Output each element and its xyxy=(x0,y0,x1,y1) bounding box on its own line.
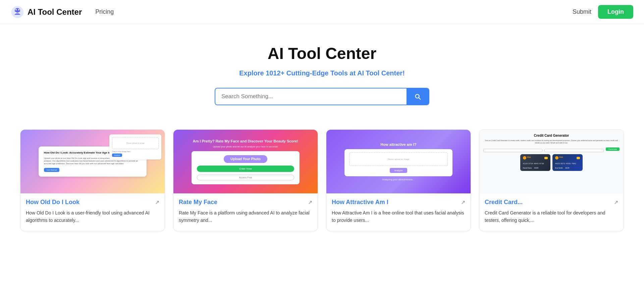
thumb-1-upload: Please upload an Image xyxy=(112,137,159,149)
hero-subtitle: Explore 1012+ Cutting-Edge Tools at AI T… xyxy=(239,69,405,77)
subtitle-count: 1012+ xyxy=(266,69,284,77)
login-button[interactable]: Login xyxy=(598,5,633,19)
visa-label: VISA xyxy=(527,156,531,160)
cards-section: How Old Do I Look: Accurately Estimate Y… xyxy=(0,119,644,245)
cc2-top: VISA xyxy=(555,156,580,160)
thumb-4: Credit Card Generator Use our Credit Car… xyxy=(479,130,624,193)
thumb-4-title: Credit Card Generator xyxy=(534,134,569,137)
cc1-chip xyxy=(544,157,548,159)
hero-title: AI Tool Center xyxy=(268,44,376,63)
cc2-chip xyxy=(577,157,580,159)
thumb-4-card-1: VISA 4116 3724 4843 0735 David Davis 03/… xyxy=(520,154,550,171)
card-how-old: How Old Do I Look: Accurately Estimate Y… xyxy=(20,129,165,231)
thumb-2-card: Upload Your Photo Enter Now Access Free xyxy=(192,151,300,184)
card-body-2: Rate My Face ↗ Rate My Face is a platfor… xyxy=(173,193,318,231)
nav-logo[interactable]: AI Tool Center xyxy=(11,5,82,19)
nav-right: Submit Login xyxy=(573,5,633,19)
thumb-4-card-2: VISA 4425 9572 4555 7981 Eva Smith 10/25 xyxy=(552,154,583,171)
card-desc-4: Credit Card Generator is a reliable tool… xyxy=(485,209,618,224)
thumb-3-bottom: Analyzing your attractiveness... xyxy=(382,178,415,181)
thumb-3: How attractive am I? Please upload an Im… xyxy=(326,130,471,193)
card-title-2[interactable]: Rate My Face xyxy=(179,199,217,206)
visa-logo xyxy=(523,156,526,160)
navbar: AI Tool Center Pricing Submit Login xyxy=(0,0,644,24)
visa-label-2: VISA xyxy=(559,156,563,160)
thumb-1-right: Please upload an Image Drag or drop imag… xyxy=(109,134,161,160)
cc1-logo: VISA xyxy=(523,156,531,160)
cc2-name: Eva Smith 10/25 xyxy=(555,167,580,169)
thumb-1-btn2: Analyze xyxy=(112,154,122,157)
card-title-row-2: Rate My Face ↗ xyxy=(179,199,312,206)
nav-left: AI Tool Center Pricing xyxy=(11,5,114,19)
card-body-3: How Attractive Am I ↗ How Attractive Am … xyxy=(326,193,471,231)
search-icon xyxy=(414,93,421,100)
card-title-row-1: How Old Do I Look ↗ xyxy=(26,199,159,206)
cc2-number: 4425 9572 4555 7981 xyxy=(555,163,580,165)
card-title-4[interactable]: Credit Card... xyxy=(485,199,523,206)
svg-point-3 xyxy=(18,9,19,10)
subtitle-suffix: Cutting-Edge Tools at AI Tool Center! xyxy=(284,69,405,77)
thumb-1: How Old Do I Look: Accurately Estimate Y… xyxy=(20,130,165,193)
card-title-3[interactable]: How Attractive Am I xyxy=(332,199,388,206)
thumb-4-input-1 xyxy=(483,149,542,152)
search-button[interactable] xyxy=(407,88,429,105)
card-rate-my-face: Am I Pretty? Rate My Face and Discover Y… xyxy=(173,129,318,231)
thumb-4-input-2 xyxy=(544,149,603,152)
card-title-row-3: How Attractive Am I ↗ xyxy=(332,199,465,206)
thumb-4-cards: VISA 4116 3724 4843 0735 David Davis 03/… xyxy=(520,154,583,171)
thumb-2-sub: Upload your photo and let our AI analyze… xyxy=(213,145,278,148)
thumb-2-upload-btn: Upload Your Photo xyxy=(224,155,267,163)
card-thumbnail-3: How attractive am I? Please upload an Im… xyxy=(326,130,471,193)
thumb-2: Am I Pretty? Rate My Face and Discover Y… xyxy=(173,130,318,193)
card-credit-card: Credit Card Generator Use our Credit Car… xyxy=(479,129,624,231)
card-desc-1: How Old Do I Look is a user-friendly too… xyxy=(26,209,159,224)
thumb-1-hint: Drag or drop image here xyxy=(112,150,159,152)
hero-section: AI Tool Center Explore 1012+ Cutting-Edg… xyxy=(0,24,644,119)
visa-logo-2 xyxy=(555,156,558,160)
external-link-icon-2[interactable]: ↗ xyxy=(308,199,312,205)
thumb-3-title: How attractive am I? xyxy=(381,142,417,146)
thumb-3-card: Please upload an Image Analyze xyxy=(344,149,452,176)
logo-icon xyxy=(11,5,24,19)
cc1-number: 4116 3724 4843 0735 xyxy=(523,163,548,165)
thumb-4-form-row: Generate xyxy=(483,147,620,152)
card-title-row-4: Credit Card... ↗ xyxy=(485,199,618,206)
thumb-3-analyze-btn: Analyze xyxy=(390,168,408,173)
subtitle-prefix: Explore xyxy=(239,69,266,77)
svg-point-2 xyxy=(15,9,17,10)
thumb-4-desc: Use our Credit Card Generator to create … xyxy=(483,139,620,144)
card-title-1[interactable]: How Old Do I Look xyxy=(26,199,79,206)
search-bar xyxy=(215,88,429,105)
thumb-2-enter-btn: Enter Now xyxy=(197,166,294,172)
card-desc-3: How Attractive Am I is a free online too… xyxy=(332,209,465,224)
card-thumbnail-2: Am I Pretty? Rate My Face and Discover Y… xyxy=(173,130,318,193)
thumb-4-generate-btn: Generate xyxy=(606,147,620,151)
card-how-attractive: How attractive am I? Please upload an Im… xyxy=(326,129,471,231)
external-link-icon-1[interactable]: ↗ xyxy=(155,199,159,205)
card-thumbnail-1: How Old Do I Look: Accurately Estimate Y… xyxy=(20,130,165,193)
pricing-link[interactable]: Pricing xyxy=(95,8,114,15)
external-link-icon-3[interactable]: ↗ xyxy=(461,199,465,205)
external-link-icon-4[interactable]: ↗ xyxy=(614,199,618,205)
search-input[interactable] xyxy=(215,88,407,105)
card-body-4: Credit Card... ↗ Credit Card Generator i… xyxy=(479,193,624,231)
thumb-2-access-btn: Access Free xyxy=(197,175,294,180)
card-body-1: How Old Do I Look ↗ How Old Do I Look is… xyxy=(20,193,165,231)
card-desc-2: Rate My Face is a platform using advance… xyxy=(179,209,312,224)
card-thumbnail-4: Credit Card Generator Use our Credit Car… xyxy=(479,130,624,193)
cc1-name: David Davis 03/29 xyxy=(523,167,548,169)
thumb-1-cta: Get Started xyxy=(44,168,60,172)
cc1-top: VISA xyxy=(523,156,548,160)
thumb-2-header: Am I Pretty? Rate My Face and Discover Y… xyxy=(193,139,298,143)
submit-button[interactable]: Submit xyxy=(573,8,591,15)
cc2-logo: VISA xyxy=(555,156,563,160)
thumb-3-upload: Please upload an Image xyxy=(349,152,448,166)
